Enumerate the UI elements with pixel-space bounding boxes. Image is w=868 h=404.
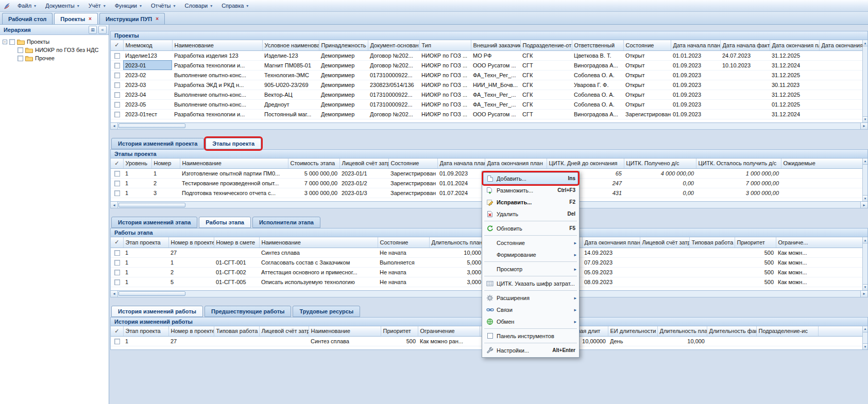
table-cell[interactable]: Открыт — [623, 80, 671, 90]
row-checkbox[interactable] — [114, 53, 120, 59]
h-scrollbar[interactable]: ◂ ▸ — [110, 123, 868, 130]
table-cell[interactable]: Разработка технологии и... — [172, 109, 262, 119]
menubar-item-6[interactable]: Справка▾ — [217, 1, 253, 10]
table-cell[interactable]: 3,000 — [429, 267, 483, 277]
menubar-item-2[interactable]: Учёт▾ — [84, 1, 110, 10]
scroll-right-icon[interactable]: ▸ — [860, 291, 867, 297]
table-row[interactable]: 2023-03Разработка ЭКД и РКД н...905-U020… — [111, 80, 868, 90]
table-cell[interactable]: Цветкова В. Т. — [572, 50, 623, 60]
table-cell[interactable]: Демопример — [319, 80, 368, 90]
table-cell[interactable]: Описать используемую технологию — [259, 277, 378, 287]
column-header[interactable]: Мнемокод — [123, 40, 172, 50]
table-cell[interactable]: НИОКР по ГОЗ ... — [419, 50, 471, 60]
table-cell[interactable]: 10.10.2023 — [720, 60, 770, 70]
table-cell[interactable]: 31.12.2025 — [770, 90, 819, 99]
table-cell[interactable]: Аттестация основного и примесног... — [259, 267, 378, 277]
scroll-down-icon[interactable]: ▾ — [863, 116, 867, 122]
menubar-item-4[interactable]: Отчёты▾ — [146, 1, 180, 10]
table-cell[interactable]: 1 — [123, 188, 151, 198]
table-cell[interactable]: Технология-ЭМС — [262, 70, 319, 80]
table-cell[interactable]: 3,000 — [429, 277, 483, 287]
column-header[interactable]: Наименование — [172, 40, 262, 50]
table-cell[interactable]: Соболева О. А. — [572, 70, 623, 80]
table-cell[interactable]: МО РФ — [471, 50, 520, 60]
column-header[interactable]: Длительность план ▼ — [429, 237, 483, 248]
menubar-item-1[interactable]: Документы▾ — [41, 1, 84, 10]
table-cell[interactable] — [720, 80, 770, 90]
tab-close-icon[interactable]: × — [89, 16, 92, 22]
table-cell[interactable]: 500 — [735, 277, 776, 287]
table-cell[interactable]: НИОКР по ГОЗ ... — [419, 109, 471, 119]
row-checkbox[interactable] — [114, 82, 120, 88]
column-header[interactable]: Условное наименова — [262, 40, 319, 50]
table-cell[interactable]: 1 — [123, 267, 168, 277]
table-cell[interactable] — [781, 188, 868, 198]
table-cell[interactable]: 2023-01 — [123, 60, 172, 70]
table-cell[interactable]: Изделие-123 — [262, 50, 319, 60]
table-cell[interactable]: ООО Русатом ... — [471, 60, 520, 70]
table-cell[interactable]: НИОКР по ГОЗ ... — [419, 80, 471, 90]
window-tab[interactable]: Проекты× — [54, 13, 98, 24]
table-cell[interactable]: Не начата — [378, 248, 429, 257]
table-cell[interactable]: 5 — [168, 277, 214, 287]
column-header[interactable]: Подразделение-от — [520, 40, 572, 50]
table-cell[interactable]: 1 — [123, 337, 168, 346]
table-cell[interactable]: 1 — [123, 277, 168, 287]
table-cell[interactable] — [720, 99, 770, 109]
table-cell[interactable]: 31.12.2025 — [770, 50, 819, 60]
table-cell[interactable]: 01.07.2024 — [437, 188, 485, 198]
table-cell[interactable]: 1 — [151, 169, 180, 179]
tree-checkbox[interactable] — [18, 47, 23, 53]
row-checkbox[interactable] — [114, 73, 120, 78]
table-cell[interactable]: 500 — [381, 337, 418, 346]
column-header[interactable]: Дата окончания ф — [819, 40, 868, 50]
scroll-left-icon[interactable]: ◂ — [111, 202, 118, 208]
table-cell[interactable]: Синтез сплава — [309, 337, 381, 346]
column-header[interactable]: Номер в проекте — [168, 326, 214, 337]
scroll-down-icon[interactable]: ▾ — [863, 284, 867, 290]
column-header[interactable]: Приоритет — [381, 326, 418, 337]
table-cell[interactable]: Как можн... — [776, 257, 868, 267]
scroll-thumb[interactable] — [118, 124, 185, 128]
table-cell[interactable]: 01.09.2023 — [671, 109, 720, 119]
context-menu-item[interactable]: Размножить...Ctrl+F3 — [483, 184, 578, 196]
context-menu-item[interactable]: Расширения▸ — [483, 292, 578, 304]
column-header[interactable]: ✓ — [111, 237, 123, 248]
table-cell[interactable] — [819, 80, 868, 90]
grid-view-icon[interactable]: ⊞ — [89, 26, 97, 34]
table-cell[interactable]: 10,000 — [657, 337, 707, 346]
window-tab[interactable]: Рабочий стол — [2, 13, 53, 24]
table-cell[interactable]: 3 000 000,00 — [288, 188, 339, 198]
table-cell[interactable]: Дредноут — [262, 99, 319, 109]
table-cell[interactable]: ФА_Техн_Рег_... — [471, 99, 520, 109]
table-cell[interactable]: 14.09.2023 — [582, 248, 640, 257]
context-menu-item[interactable]: Состояние▸ — [483, 237, 578, 249]
column-header[interactable]: Ожидаемые — [781, 159, 868, 169]
column-header[interactable]: Длительность фак — [707, 326, 756, 337]
menubar-item-5[interactable]: Словари▾ — [180, 1, 217, 10]
column-header[interactable]: Принадлежность — [319, 40, 368, 50]
table-cell[interactable]: ООО Русатом ... — [471, 109, 520, 119]
column-header[interactable]: Наименование — [309, 326, 381, 337]
table-cell[interactable]: СГК — [520, 50, 572, 60]
table-cell[interactable]: 2023-01/3 — [339, 188, 388, 198]
tab-close-icon[interactable]: × — [156, 16, 159, 22]
table-cell[interactable]: 01.01.2024 — [437, 179, 485, 188]
table-cell[interactable]: 500 — [735, 248, 776, 257]
table-row[interactable]: 2023-01тестРазработка технологии и...Пос… — [111, 109, 868, 119]
table-cell[interactable]: 1 000 000,00 — [696, 169, 781, 179]
column-header[interactable]: ЦИТК. Дней до окончания — [547, 159, 624, 169]
table-cell[interactable]: Не начата — [378, 267, 429, 277]
table-cell[interactable]: 017310000922... — [368, 90, 419, 99]
column-header[interactable]: Ограниче... — [776, 237, 868, 248]
table-cell[interactable]: 4 000 000,00 — [624, 169, 696, 179]
table-cell[interactable]: 3 000 000,00 — [696, 188, 781, 198]
table-cell[interactable]: 2023-03 — [123, 80, 172, 90]
column-header[interactable]: Лицевой счёт затр — [640, 237, 689, 248]
column-header[interactable]: Стоимость этапа — [288, 159, 339, 169]
row-checkbox[interactable] — [114, 279, 120, 285]
table-cell[interactable]: День — [608, 337, 657, 346]
column-header[interactable]: Дата начала факт — [720, 40, 770, 50]
scroll-down-icon[interactable]: ▾ — [863, 343, 867, 349]
table-cell[interactable]: Зарегистрирован — [388, 188, 437, 198]
